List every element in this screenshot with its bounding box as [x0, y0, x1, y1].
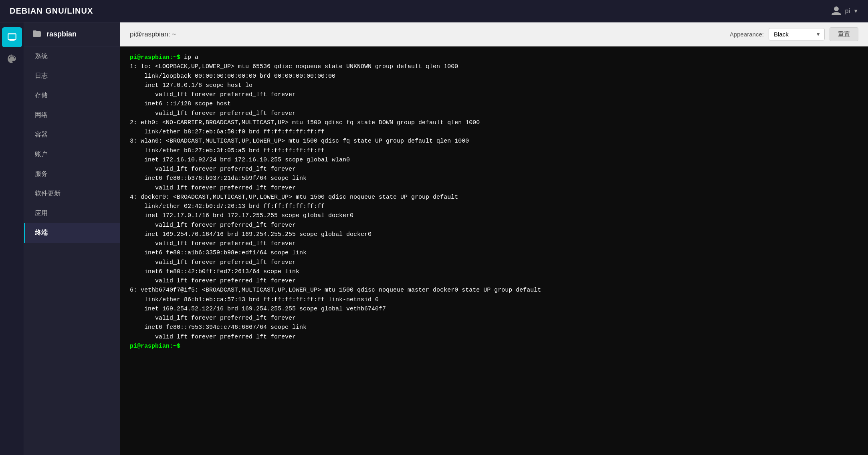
- nav-sidebar: raspbian 系统 日志 存储 网络 容器 账户 服务 软件更新 应用 终端: [24, 22, 120, 455]
- terminal-tab: pi@raspbian: ~: [130, 30, 176, 38]
- nav-item-terminal[interactable]: 终端: [24, 223, 120, 243]
- user-menu[interactable]: pi ▼: [831, 6, 858, 17]
- nav-item-apps[interactable]: 应用: [24, 203, 120, 223]
- terminal-area: pi@raspbian: ~ Appearance: Black White L…: [120, 22, 868, 455]
- user-icon: [831, 6, 842, 17]
- main-layout: raspbian 系统 日志 存储 网络 容器 账户 服务 软件更新 应用 终端…: [0, 22, 868, 455]
- terminal-output[interactable]: pi@raspbian:~$ ip a 1: lo: <LOOPBACK,UP,…: [120, 46, 868, 455]
- reset-button[interactable]: 重置: [830, 27, 858, 41]
- topbar: DEBIAN GNU/LINUX pi ▼: [0, 0, 868, 22]
- host-name: raspbian: [46, 30, 77, 38]
- user-label: pi: [845, 8, 850, 15]
- nav-item-accounts[interactable]: 账户: [24, 145, 120, 164]
- chevron-down-icon: ▼: [853, 8, 858, 14]
- nav-item-services[interactable]: 服务: [24, 164, 120, 184]
- icon-sidebar: [0, 22, 24, 455]
- nav-item-network[interactable]: 网络: [24, 105, 120, 125]
- monitor-icon: [7, 32, 17, 42]
- nav-item-software[interactable]: 软件更新: [24, 184, 120, 203]
- nav-item-storage[interactable]: 存储: [24, 86, 120, 105]
- app-title: DEBIAN GNU/LINUX: [10, 6, 93, 16]
- appearance-select-wrapper[interactable]: Black White Linux XTerm Custom ▼: [769, 28, 825, 40]
- sidebar-icon-palette[interactable]: [2, 49, 22, 69]
- nav-sidebar-header: raspbian: [24, 22, 120, 46]
- nav-item-containers[interactable]: 容器: [24, 125, 120, 145]
- terminal-appearance-controls: Appearance: Black White Linux XTerm Cust…: [730, 27, 858, 41]
- nav-item-logs[interactable]: 日志: [24, 66, 120, 86]
- nav-item-system[interactable]: 系统: [24, 46, 120, 66]
- terminal-toolbar: pi@raspbian: ~ Appearance: Black White L…: [120, 22, 868, 46]
- folder-svg: [32, 29, 42, 38]
- appearance-label: Appearance:: [730, 31, 764, 38]
- folder-icon: [32, 29, 42, 40]
- palette-icon: [7, 54, 17, 64]
- sidebar-icon-monitor[interactable]: [2, 27, 22, 47]
- nav-items: 系统 日志 存储 网络 容器 账户 服务 软件更新 应用 终端: [24, 46, 120, 243]
- appearance-select[interactable]: Black White Linux XTerm Custom: [769, 28, 825, 40]
